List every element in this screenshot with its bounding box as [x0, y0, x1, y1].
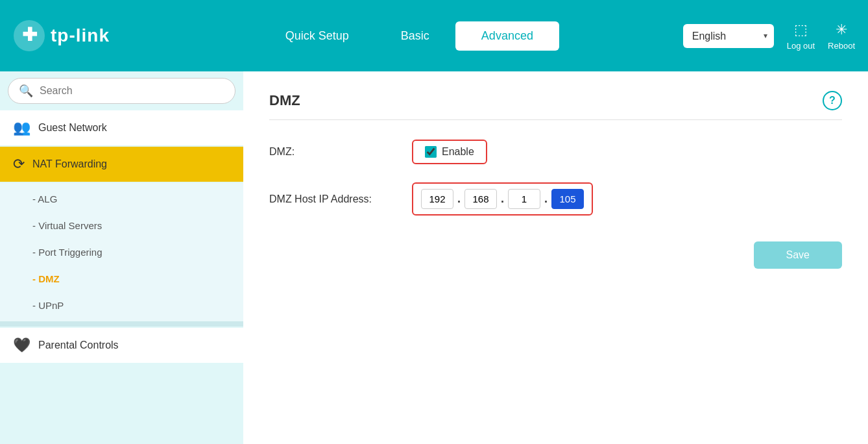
sidebar-sub-item-virtual-servers[interactable]: - Virtual Servers — [0, 212, 243, 239]
reboot-icon: ✳ — [836, 21, 847, 38]
ip-octet-2[interactable] — [464, 189, 497, 209]
logout-icon: ⬚ — [794, 21, 808, 38]
dmz-ip-row: DMZ Host IP Address: . . . — [269, 182, 842, 216]
sidebar-sub-item-upnp[interactable]: - UPnP — [0, 292, 243, 319]
dmz-ip-label: DMZ Host IP Address: — [269, 193, 399, 205]
ip-dot-1: . — [457, 192, 461, 206]
search-input[interactable] — [40, 85, 224, 97]
language-select[interactable]: English — [683, 24, 774, 48]
sidebar-item-guest-network[interactable]: 👥 Guest Network — [0, 110, 243, 145]
sidebar-sub-item-alg[interactable]: - ALG — [0, 186, 243, 212]
sidebar-item-parental-controls[interactable]: 🖤 Parental Controls — [0, 328, 243, 363]
sidebar-item-label: NAT Forwarding — [32, 158, 107, 170]
ip-dot-2: . — [501, 192, 504, 206]
logout-button[interactable]: ⬚ Log out — [787, 21, 815, 51]
ip-address-wrap: . . . — [412, 182, 593, 216]
dmz-label: DMZ: — [269, 146, 399, 158]
nat-forwarding-sub-items: - ALG - Virtual Servers - Port Triggerin… — [0, 183, 243, 321]
content-area: DMZ ? DMZ: Enable DMZ Host IP Address: .… — [243, 71, 868, 444]
tab-basic[interactable]: Basic — [375, 21, 455, 51]
logo-area: ✚ tp-link — [13, 19, 110, 52]
sidebar-sub-item-port-triggering[interactable]: - Port Triggering — [0, 239, 243, 265]
sidebar-item-label: Parental Controls — [38, 339, 119, 351]
save-btn-wrap: Save — [269, 241, 842, 269]
language-selector-wrap: English ▾ — [683, 24, 774, 48]
logo-text: tp-link — [51, 25, 110, 46]
tab-quick-setup[interactable]: Quick Setup — [259, 21, 375, 51]
reboot-button[interactable]: ✳ Reboot — [828, 21, 855, 51]
ip-octet-3[interactable] — [508, 189, 540, 209]
enable-wrap: Enable — [412, 140, 487, 164]
tab-advanced[interactable]: Advanced — [455, 21, 559, 51]
main-layout: 🔍 👥 Guest Network ⟳ NAT Forwarding - ALG… — [0, 71, 868, 444]
save-button[interactable]: Save — [754, 241, 842, 269]
nav-tabs: Quick Setup Basic Advanced — [136, 21, 683, 51]
ip-octet-1[interactable] — [421, 189, 453, 209]
ip-octet-4[interactable] — [551, 189, 584, 209]
page-title: DMZ — [269, 92, 300, 109]
guest-network-icon: 👥 — [13, 119, 30, 136]
sidebar-gap — [0, 321, 243, 327]
header-right: English ▾ ⬚ Log out ✳ Reboot — [683, 21, 855, 51]
svg-text:✚: ✚ — [22, 25, 38, 45]
dmz-enable-checkbox[interactable] — [425, 146, 437, 158]
search-bar: 🔍 — [8, 78, 235, 104]
sidebar-item-nat-forwarding[interactable]: ⟳ NAT Forwarding — [0, 147, 243, 182]
help-icon[interactable]: ? — [823, 91, 842, 110]
enable-label: Enable — [442, 146, 474, 158]
sidebar-item-label: Guest Network — [38, 122, 107, 134]
content-title-row: DMZ ? — [269, 91, 842, 120]
sidebar-sub-item-dmz[interactable]: - DMZ — [0, 265, 243, 292]
dmz-enable-row: DMZ: Enable — [269, 140, 842, 164]
search-icon: 🔍 — [19, 84, 33, 98]
ip-dot-3: . — [544, 192, 548, 206]
nat-forwarding-icon: ⟳ — [13, 156, 25, 173]
logo-icon: ✚ — [13, 19, 45, 52]
sidebar: 🔍 👥 Guest Network ⟳ NAT Forwarding - ALG… — [0, 71, 243, 444]
header: ✚ tp-link Quick Setup Basic Advanced Eng… — [0, 0, 868, 71]
parental-controls-icon: 🖤 — [13, 337, 30, 354]
